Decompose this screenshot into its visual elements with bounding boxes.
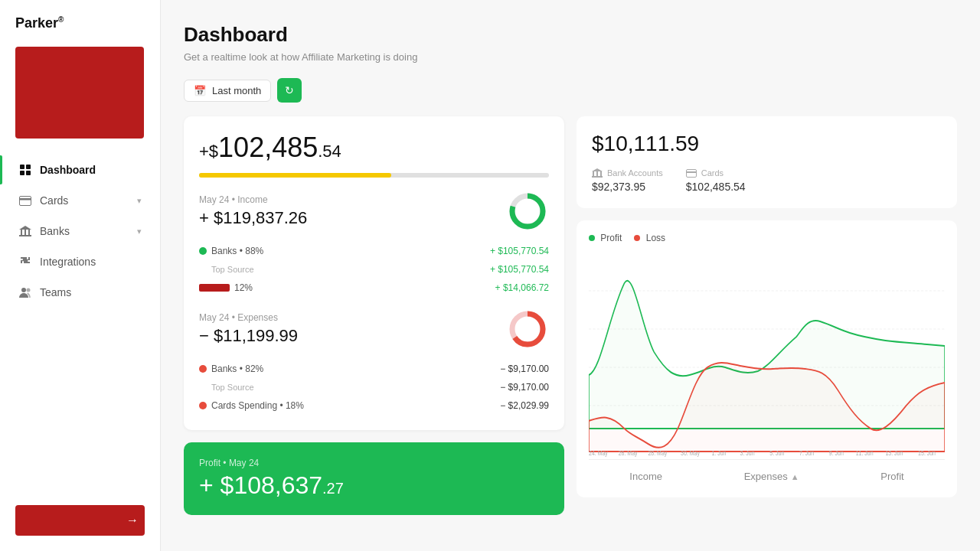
svg-point-18 (517, 318, 538, 340)
svg-text:24. May: 24. May (589, 449, 608, 457)
page-title: Dashboard (184, 23, 957, 47)
svg-marker-10 (19, 226, 31, 230)
expense-cards-dot (199, 402, 207, 409)
tab-income[interactable]: Income (629, 471, 662, 482)
bank-icon (18, 224, 32, 238)
source-sub-label: Top Source (211, 383, 254, 392)
expense-amount: − $11,199.99 (199, 326, 298, 346)
profit-label: Profit • May 24 (199, 458, 549, 468)
svg-text:1. Jun: 1. Jun (711, 449, 726, 457)
svg-rect-24 (686, 169, 696, 177)
svg-rect-2 (20, 171, 24, 175)
banks-dot (199, 247, 207, 255)
svg-text:11. Jun: 11. Jun (856, 449, 874, 457)
progress-bar (199, 173, 549, 178)
app-superscript: ® (58, 15, 64, 24)
sidebar-item-integrations[interactable]: Integrations (6, 247, 154, 276)
expense-donut-chart (506, 308, 549, 350)
credit-card-icon (18, 194, 32, 207)
svg-rect-9 (19, 235, 31, 236)
main-content: Dashboard Get a realtime look at how Aff… (161, 0, 980, 551)
source-value: − $9,170.00 (500, 364, 549, 374)
balance-whole: $10,111 (592, 132, 669, 155)
svg-point-11 (21, 288, 26, 292)
sidebar-item-label: Dashboard (40, 164, 96, 176)
svg-text:9. Jun: 9. Jun (829, 449, 844, 457)
svg-rect-0 (20, 165, 24, 169)
people-icon (18, 285, 32, 299)
svg-rect-25 (686, 171, 697, 173)
svg-text:15. Jun: 15. Jun (918, 449, 936, 457)
svg-rect-22 (592, 176, 603, 178)
sidebar-bottom: → (0, 497, 160, 551)
expense-source-banks-sub: Top Source − $9,170.00 (199, 378, 549, 396)
main-balance-prefix: +$ (199, 142, 218, 161)
source-value: − $2,029.99 (500, 400, 549, 411)
sidebar: Parker® Dashboard Cards ▾ (0, 0, 161, 551)
source-sub-value: + $105,770.54 (490, 264, 549, 275)
main-balance-whole: 102,485 (218, 132, 318, 163)
source-pct: 12% (234, 282, 253, 293)
chevron-down-icon: ▾ (137, 196, 142, 206)
cards-bar (199, 284, 230, 292)
cards-value: $102,485.54 (686, 181, 746, 193)
puzzle-icon (18, 255, 32, 269)
bank-accounts-value: $92,373.95 (592, 181, 663, 193)
refresh-button[interactable]: ↻ (277, 78, 302, 103)
source-name: Banks • 82% (211, 364, 263, 374)
bank-accounts-label: Bank Accounts (592, 168, 663, 178)
tab-profit[interactable]: Profit (880, 471, 903, 482)
svg-point-15 (517, 201, 538, 222)
svg-rect-19 (593, 171, 594, 176)
main-balance-cents: .54 (318, 142, 341, 161)
period-label: Last month (212, 85, 261, 96)
cards-item: Cards $102,485.54 (686, 168, 746, 193)
period-selector[interactable]: 📅 Last month (184, 80, 271, 102)
svg-point-12 (27, 289, 31, 292)
svg-rect-21 (600, 171, 602, 176)
main-balance-card: +$102,485.54 May 24 • Income + $119,837.… (184, 116, 564, 430)
expense-prefix: − $ (199, 326, 223, 345)
sidebar-item-banks[interactable]: Banks ▾ (6, 217, 154, 246)
svg-rect-20 (596, 171, 598, 176)
sidebar-item-teams[interactable]: Teams (6, 278, 154, 307)
sidebar-item-label: Cards (40, 194, 68, 207)
app-name: Parker (15, 15, 58, 31)
expense-section: May 24 • Expenses − $11,199.99 (199, 308, 549, 350)
income-source-cards: 12% + $14,066.72 (199, 279, 549, 297)
dashboard-grid: +$102,485.54 May 24 • Income + $119,837.… (184, 116, 957, 515)
expense-value: 11,199.99 (223, 326, 298, 345)
source-name: Banks • 88% (211, 246, 263, 256)
app-logo: Parker® (0, 0, 160, 39)
legend-profit: Profit (589, 233, 622, 243)
legend-loss: Loss (634, 233, 665, 243)
sidebar-item-cards[interactable]: Cards ▾ (6, 186, 154, 215)
income-section: May 24 • Income + $119,837.26 (199, 190, 549, 233)
profit-prefix: + $ (199, 471, 234, 499)
left-column: +$102,485.54 May 24 • Income + $119,837.… (184, 116, 564, 515)
bank-accounts-icon (592, 168, 603, 178)
expense-source-banks: Banks • 82% − $9,170.00 (199, 360, 549, 378)
svg-text:7. Jun: 7. Jun (799, 449, 814, 457)
source-value: + $105,770.54 (490, 246, 549, 256)
sidebar-bottom-widget[interactable]: → (15, 505, 145, 536)
chevron-up-icon: ▲ (791, 472, 799, 481)
sidebar-nav: Dashboard Cards ▾ B (0, 146, 160, 497)
page-subtitle: Get a realtime look at how Affiliate Mar… (184, 51, 957, 63)
profit-card: Profit • May 24 + $108,637.27 (184, 442, 564, 515)
profit-whole: 108,637 (234, 471, 322, 499)
income-source-banks: Banks • 88% + $105,770.54 (199, 242, 549, 260)
svg-marker-23 (592, 168, 603, 171)
svg-rect-3 (26, 171, 31, 175)
tab-profit-label: Profit (880, 471, 903, 482)
tab-expenses[interactable]: Expenses ▲ (744, 471, 799, 482)
main-balance-amount: +$102,485.54 (199, 132, 549, 164)
svg-rect-1 (26, 165, 31, 169)
svg-rect-4 (20, 196, 31, 205)
svg-text:3. Jun: 3. Jun (740, 449, 755, 457)
sidebar-item-dashboard[interactable]: Dashboard (6, 155, 154, 184)
cards-label: Cards (686, 168, 746, 178)
loss-dot (634, 235, 640, 241)
income-amount: + $119,837.26 (199, 208, 307, 228)
chart-area: 24. May 26. May 28. May 30. May 1. Jun 3… (589, 253, 945, 452)
